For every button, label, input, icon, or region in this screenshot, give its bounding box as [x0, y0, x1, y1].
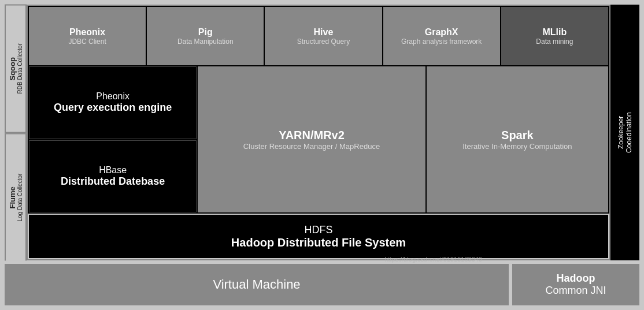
tools-row: Pheonix JDBC Client Pig Data Manipulatio…: [28, 6, 609, 66]
hdfs-box: HDFS Hadoop Distributed File System: [29, 215, 608, 258]
graphx-tool-name: GraphX: [425, 27, 458, 38]
center-grid: Pheonix JDBC Client Pig Data Manipulatio…: [27, 5, 610, 260]
pig-tool-box: Pig Data Manipulation: [147, 7, 264, 65]
zookeeper-label: ZookeeperCooedination: [610, 5, 639, 260]
yarn-box: YARN/MRv2 Cluster Resource Manager / Map…: [198, 66, 425, 212]
hadoop-desc: Common JNI: [545, 285, 606, 297]
sqoop-main-text: Sqoop: [8, 57, 17, 80]
main-area: Sqoop RDB Data Collector Flume Log Data …: [5, 5, 639, 260]
watermark: https://blog.csdn.net/01915189040: [384, 256, 482, 263]
pheonix-tool-box: Pheonix JDBC Client: [29, 7, 146, 65]
pheonix-tool-desc: JDBC Client: [68, 38, 106, 46]
hive-tool-name: Hive: [314, 27, 334, 38]
main-wrapper: Sqoop RDB Data Collector Flume Log Data …: [0, 0, 644, 310]
flume-main-text: Flume: [8, 186, 17, 208]
col-left: Pheonix Query execution engine HBase Dis…: [29, 66, 197, 212]
sqoop-sub-text: RDB Data Collector: [17, 44, 23, 94]
middle-row: Pheonix Query execution engine HBase Dis…: [28, 66, 609, 214]
pheonix-tool-name: Pheonix: [69, 27, 105, 38]
yarn-desc: Cluster Resource Manager / MapReduce: [243, 142, 380, 151]
hdfs-desc: Hadoop Distributed File System: [231, 236, 406, 249]
flume-label: Flume Log Data Collector: [5, 133, 27, 261]
mllib-tool-name: MLlib: [543, 27, 567, 38]
pig-tool-desc: Data Manipulation: [177, 38, 234, 46]
hadoop-common-box: Hadoop Common JNI: [512, 264, 639, 305]
hbase-box: HBase Distributed Datebase: [29, 140, 197, 213]
pheonix-engine-desc: Query execution engine: [54, 102, 172, 114]
hbase-desc: Distributed Datebase: [61, 175, 165, 188]
graphx-tool-desc: Graph analysis framework: [401, 38, 482, 46]
flume-sub-text: Log Data Collector: [17, 173, 23, 221]
hive-tool-box: Hive Structured Query: [265, 7, 382, 65]
hbase-name: HBase: [99, 165, 127, 175]
spark-box: Spark Iterative In-Memory Computation: [427, 66, 608, 212]
hive-tool-desc: Structured Query: [297, 38, 350, 46]
hdfs-name: HDFS: [305, 224, 333, 236]
mllib-tool-desc: Data mining: [536, 38, 573, 46]
mllib-tool-box: MLlib Data mining: [501, 7, 608, 65]
spark-name: Spark: [501, 129, 534, 142]
graphx-tool-box: GraphX Graph analysis framework: [383, 7, 500, 65]
pig-tool-name: Pig: [198, 27, 213, 38]
vm-box: Virtual Machine: [5, 264, 509, 305]
hadoop-name: Hadoop: [557, 272, 595, 285]
left-labels: Sqoop RDB Data Collector Flume Log Data …: [5, 5, 27, 260]
sqoop-label: Sqoop RDB Data Collector: [5, 5, 27, 133]
pheonix-engine-name: Pheonix: [96, 91, 129, 102]
zookeeper-text: ZookeeperCooedination: [617, 112, 633, 153]
pheonix-engine-box: Pheonix Query execution engine: [29, 66, 197, 139]
bottom-row: Virtual Machine Hadoop Common JNI: [5, 264, 639, 305]
yarn-name: YARN/MRv2: [279, 129, 345, 142]
spark-desc: Iterative In-Memory Computation: [462, 142, 572, 151]
vm-label: Virtual Machine: [213, 277, 300, 292]
